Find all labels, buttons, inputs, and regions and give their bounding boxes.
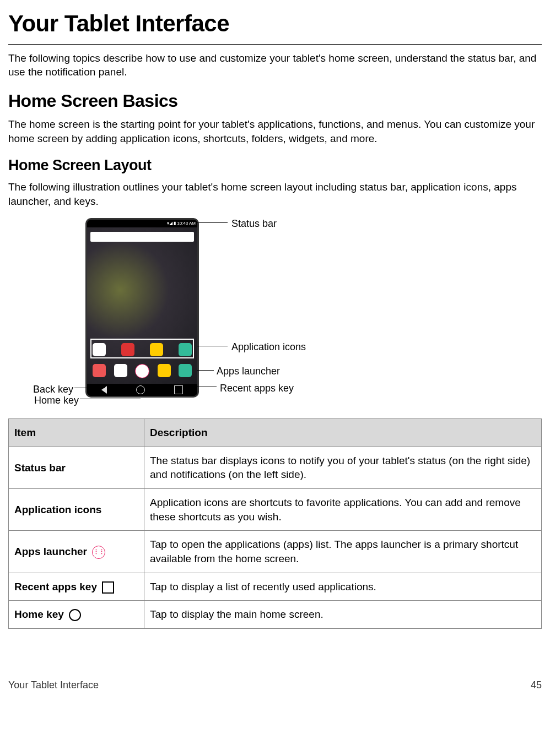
callout-line <box>74 388 105 388</box>
table-description: Tap to display a list of recently used a… <box>144 573 542 601</box>
tablet-status-bar: ▾◢ ▮ 10:43 AM <box>87 220 197 227</box>
table-item-label: Apps launcher <box>14 546 87 557</box>
home-screen-layout-body: The following illustration outlines your… <box>8 180 542 208</box>
dock-icon <box>114 364 127 377</box>
table-row: Status bar The status bar displays icons… <box>9 447 542 488</box>
home-screen-basics-body: The home screen is the starting point fo… <box>8 117 542 145</box>
table-item: Status bar <box>9 447 144 488</box>
home-key-icon <box>69 609 81 621</box>
app-icon <box>150 343 163 356</box>
table-header-item: Item <box>9 419 144 447</box>
table-row: Recent apps key Tap to display a list of… <box>9 573 542 601</box>
table-item-label: Home key <box>14 608 64 620</box>
dock-icon <box>179 364 192 377</box>
callout-line <box>80 399 141 399</box>
table-description: Tap to display the main home screen. <box>144 601 542 629</box>
callout-recent-apps-key: Recent apps key <box>220 382 294 395</box>
page-title: Your Tablet Interface <box>8 8 542 40</box>
tablet-screen <box>87 227 197 384</box>
page-number: 45 <box>531 678 542 692</box>
tablet-navbar <box>87 384 197 396</box>
table-item: Home key <box>9 601 144 629</box>
recent-apps-icon <box>102 581 114 594</box>
recent-key-icon <box>174 385 183 394</box>
dock-icon <box>158 364 171 377</box>
table-item: Recent apps key <box>9 573 144 601</box>
table-item: Application icons <box>9 489 144 531</box>
description-table: Item Description Status bar The status b… <box>8 418 542 629</box>
table-row: Application icons Application icons are … <box>9 489 542 531</box>
callout-line <box>197 387 217 387</box>
home-screen-illustration: ▾◢ ▮ 10:43 AM Status bar <box>30 218 361 411</box>
dock-row <box>93 364 192 378</box>
app-icon <box>93 343 106 356</box>
callout-home-key: Home key <box>30 394 79 407</box>
search-widget <box>90 232 194 242</box>
apps-launcher-icon <box>92 546 105 559</box>
app-icon <box>179 343 192 356</box>
callout-line <box>197 222 228 223</box>
dock-icon <box>93 364 106 377</box>
intro-paragraph: The following topics describe how to use… <box>8 51 542 79</box>
callout-line <box>197 346 228 346</box>
footer-title: Your Tablet Interface <box>8 679 99 690</box>
home-key-icon <box>136 385 145 394</box>
table-description: Tap to open the applications (apps) list… <box>144 531 542 573</box>
page-footer: Your Tablet Interface 45 <box>8 678 542 692</box>
table-header-description: Description <box>144 419 542 447</box>
tablet-frame: ▾◢ ▮ 10:43 AM <box>85 218 199 398</box>
home-screen-layout-heading: Home Screen Layout <box>8 155 542 175</box>
callout-apps-launcher: Apps launcher <box>217 365 280 378</box>
table-description: The status bar displays icons to notify … <box>144 447 542 488</box>
app-icon <box>121 343 134 356</box>
home-screen-basics-heading: Home Screen Basics <box>8 89 542 113</box>
app-icons-row <box>93 343 192 356</box>
apps-launcher-dock-icon <box>135 364 149 378</box>
table-row: Home key Tap to display the main home sc… <box>9 601 542 629</box>
table-item-label: Recent apps key <box>14 581 97 592</box>
status-time: 10:43 AM <box>177 221 196 226</box>
table-description: Application icons are shortcuts to favor… <box>144 489 542 531</box>
title-rule <box>8 44 542 45</box>
callout-line <box>197 370 214 371</box>
callout-status-bar: Status bar <box>231 217 277 230</box>
table-item: Apps launcher <box>9 531 144 573</box>
table-row: Apps launcher Tap to open the applicatio… <box>9 531 542 573</box>
callout-application-icons: Application icons <box>231 340 306 353</box>
